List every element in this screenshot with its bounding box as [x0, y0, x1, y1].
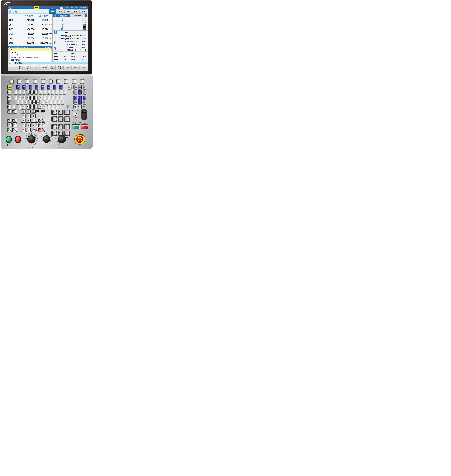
function-key-reset[interactable]: Reset — [7, 85, 11, 89]
aux-blank-key-6[interactable] — [64, 116, 70, 122]
optional-stop-key[interactable]: 选择停 — [12, 123, 17, 127]
key-w[interactable]: W — [18, 96, 21, 100]
spindle-orient-key[interactable]: 主轴定向 — [35, 123, 38, 127]
key-y[interactable]: Y — [34, 96, 38, 100]
feed-override-dial[interactable]: 0124681015203040506070809095100105110120 — [24, 132, 38, 146]
key-tab[interactable]: Tab — [7, 96, 11, 100]
arrow-down-key[interactable]: ▼ — [78, 100, 81, 104]
axis-b-key[interactable]: B — [26, 119, 31, 123]
softkey-more[interactable] — [80, 65, 88, 70]
aux-blank-key-4[interactable] — [51, 116, 57, 122]
softkey-back[interactable] — [8, 65, 16, 70]
key-punct[interactable]: >. — [51, 105, 54, 109]
key-8[interactable]: *8 — [47, 90, 50, 94]
key-s[interactable]: S — [20, 100, 23, 104]
work-light-key[interactable]: 机床照明 — [42, 119, 45, 123]
aux-blank-key-8[interactable] — [58, 124, 63, 130]
program-key-switch[interactable] — [73, 112, 79, 118]
blank-key-10[interactable] — [80, 79, 84, 84]
key-punct[interactable]: |\ — [61, 100, 64, 104]
tab-remaining-feed[interactable]: 工件剩余进给 — [56, 14, 70, 17]
axis-z-key[interactable]: Z — [31, 114, 36, 118]
function-key-help[interactable]: iHelp — [47, 85, 50, 89]
function-key-channel[interactable]: 1...nChannel — [53, 85, 56, 89]
scrollbar-thumb[interactable] — [51, 49, 52, 51]
mode-auto-key[interactable]: 自动 — [7, 109, 12, 113]
mode-handwheel-key[interactable]: 手轮 — [26, 109, 31, 113]
key-u[interactable]: U — [38, 96, 42, 100]
key-punct[interactable]: "' — [57, 100, 60, 104]
softkey-display-switch[interactable]: 显示切换≫ — [48, 65, 56, 70]
key-punct[interactable]: <, — [47, 105, 50, 109]
emergency-stop-button[interactable]: EMERGENCY STOP — [74, 133, 86, 145]
function-key-set[interactable]: SET — [22, 85, 26, 89]
key-ctrl[interactable]: Ctrl — [7, 105, 11, 109]
key-7[interactable]: &7 — [43, 90, 46, 94]
blank-key-9[interactable] — [72, 79, 76, 84]
key-r[interactable]: R — [26, 96, 30, 100]
tab-程序[interactable]: 程序 — [64, 9, 72, 14]
key-bracket[interactable]: }] — [59, 96, 62, 100]
aux-blank-key-9[interactable] — [64, 124, 70, 130]
machine-lock-key[interactable]: 机床锁住 — [12, 128, 17, 132]
key-shift[interactable]: Shift — [7, 100, 11, 104]
rapid-override-dial[interactable]: 0102030405060708090100 — [40, 132, 54, 146]
softkey-edit-program[interactable]: 编辑程序≫ — [24, 65, 32, 70]
block-skip-key[interactable]: 程序跳段 — [7, 123, 12, 127]
key-c[interactable]: C — [26, 105, 30, 109]
key-punct[interactable]: :; — [53, 100, 56, 104]
key-a[interactable]: A — [16, 100, 19, 104]
softkey-select-program[interactable]: 选择程序≫ — [16, 65, 24, 70]
softkey-coord-system[interactable]: 坐标系≫ — [72, 65, 80, 70]
arrow-up-key[interactable]: ▲ — [78, 90, 81, 94]
key-5[interactable]: %5 — [34, 90, 38, 94]
key-h[interactable]: H — [37, 100, 40, 104]
power-on-button[interactable] — [72, 125, 80, 129]
key-pgup[interactable]: OSD MenuPgUp — [74, 100, 77, 104]
key-4[interactable]: $4 — [30, 90, 34, 94]
spindle-stop-key[interactable]: 主轴停止 — [38, 128, 41, 132]
blank-key-6[interactable] — [49, 79, 53, 84]
key-bracket[interactable]: {[ — [55, 96, 58, 100]
key-v[interactable]: V — [30, 105, 34, 109]
axis-a-key[interactable]: A — [21, 119, 25, 123]
function-key-brand[interactable]: NC® — [68, 85, 71, 89]
key-space[interactable]: Space — [67, 105, 70, 109]
guard-door-key[interactable]: 防护门 — [38, 119, 41, 123]
key-p[interactable]: P — [51, 96, 54, 100]
key-m[interactable]: M — [43, 105, 46, 109]
key-l[interactable]: L — [49, 100, 52, 104]
key-6[interactable]: ^6 — [38, 90, 42, 94]
key-k[interactable]: K — [45, 100, 48, 104]
key-0[interactable]: )0 — [55, 90, 58, 94]
key-esc[interactable]: Esc — [7, 90, 11, 94]
blank-key-3[interactable] — [25, 79, 29, 84]
key-t[interactable]: T — [30, 96, 34, 100]
tab-设置[interactable]: 设置 — [57, 9, 64, 14]
aux-blank-key-5[interactable] — [58, 116, 63, 122]
key-insert[interactable]: Insert — [74, 85, 77, 89]
jog-plus-key[interactable]: +JOG — [31, 128, 36, 132]
language-indicator[interactable]: 英 — [66, 7, 68, 9]
key-home[interactable]: Home — [78, 85, 81, 89]
select-key[interactable]: Select — [78, 96, 81, 100]
mode-manual-key[interactable]: 手动 — [21, 109, 25, 113]
key-delete[interactable]: Delete — [78, 105, 81, 109]
key-punct[interactable]: ?/ — [55, 105, 58, 109]
tab-诊断[interactable]: 诊断 — [72, 9, 80, 14]
softkey-trace-settings[interactable]: 轨迹设置≫ — [56, 65, 63, 70]
function-key-prg[interactable]: PRG — [29, 85, 32, 89]
mode-ref-key[interactable]: 回参考点 — [31, 109, 36, 113]
function-key-dgn[interactable]: DGN — [35, 85, 38, 89]
spindle-override-dial[interactable]: 5060708090100110120 — [55, 132, 69, 146]
key-z[interactable]: Z — [18, 105, 21, 109]
cycle-start-button[interactable] — [6, 136, 12, 143]
coolant-key[interactable]: 冷却 — [42, 123, 45, 127]
axis-c-key[interactable]: C — [31, 119, 36, 123]
key-backspace[interactable]: BackSpace — [74, 105, 77, 109]
key-3[interactable]: #3 — [26, 90, 30, 94]
aux-blank-key-7[interactable] — [51, 124, 57, 130]
spindle-ccw-key[interactable]: 主轴反转 — [42, 128, 45, 132]
key-g[interactable]: G — [32, 100, 36, 104]
key-q[interactable]: Q — [14, 96, 17, 100]
